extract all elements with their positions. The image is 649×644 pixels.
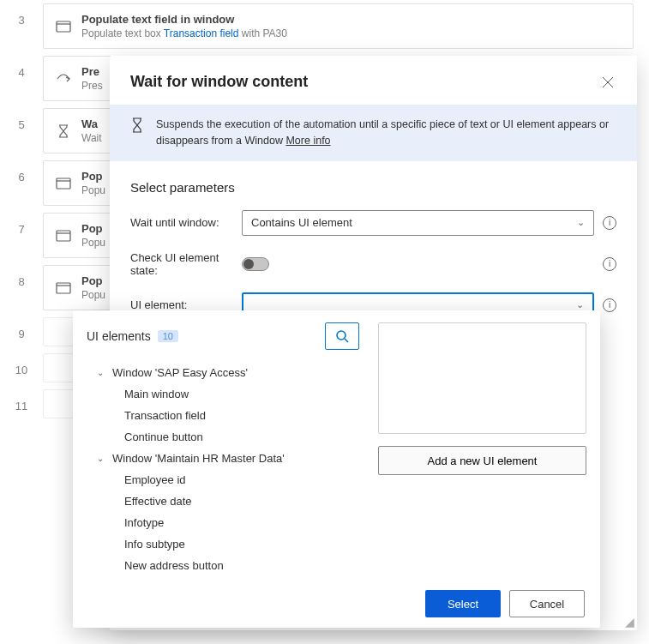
dialog-header: Wait for window content xyxy=(110,56,637,105)
step-number: 11 xyxy=(0,389,43,412)
step-text: Populate text field in windowPopulate te… xyxy=(81,13,622,39)
svg-rect-2 xyxy=(57,231,70,241)
picker-right-pane: Add a new UI element xyxy=(359,322,586,576)
tree-group[interactable]: ⌄Window 'SAP Easy Access' xyxy=(87,362,359,383)
picker-count-badge: 10 xyxy=(158,330,178,342)
tree-group[interactable]: ⌄Window 'Maintain HR Master Data' xyxy=(87,448,359,469)
ui-element-tree: ⌄Window 'SAP Easy Access'Main windowTran… xyxy=(87,362,359,576)
step-number: 3 xyxy=(0,3,43,27)
window-icon xyxy=(54,21,73,33)
wait-until-row: Wait until window: Contains UI element ⌄… xyxy=(130,210,616,236)
picker-left-pane: UI elements 10 ⌄Window 'SAP Easy Access'… xyxy=(87,322,359,576)
window-icon xyxy=(54,282,73,294)
check-state-info-icon[interactable]: i xyxy=(603,257,616,271)
step-number: 9 xyxy=(0,317,43,340)
tree-item[interactable]: Continue button xyxy=(87,426,359,448)
dialog-title: Wait for window content xyxy=(130,73,308,91)
step-card[interactable]: Populate text field in windowPopulate te… xyxy=(43,3,634,49)
svg-rect-3 xyxy=(57,283,70,293)
window-icon xyxy=(54,178,73,190)
picker-header: UI elements 10 xyxy=(87,322,359,350)
chevron-down-icon: ⌄ xyxy=(576,299,584,310)
info-text: Suspends the execution of the automation… xyxy=(156,118,609,147)
svg-rect-0 xyxy=(57,21,70,32)
step-title: Populate text field in window xyxy=(81,13,622,26)
wait-until-info-icon[interactable]: i xyxy=(603,216,616,230)
chevron-down-icon: ⌄ xyxy=(97,368,107,377)
picker-footer: Select Cancel xyxy=(73,576,600,631)
wait-until-label: Wait until window: xyxy=(130,216,242,229)
dialog-info-band: Suspends the execution of the automation… xyxy=(110,105,637,161)
tree-item[interactable]: Infotype xyxy=(87,512,359,533)
chevron-down-icon: ⌄ xyxy=(97,454,107,463)
step-subtitle: Populate text box Transaction field with… xyxy=(81,27,622,39)
resize-handle[interactable]: ◢ xyxy=(625,618,635,629)
search-button[interactable] xyxy=(325,322,359,350)
add-ui-element-button[interactable]: Add a new UI element xyxy=(378,446,586,475)
ui-element-info-icon[interactable]: i xyxy=(603,298,616,312)
tree-item[interactable]: Employee id xyxy=(87,469,359,491)
select-button[interactable]: Select xyxy=(425,590,501,617)
hourglass-icon xyxy=(54,124,73,138)
more-info-link[interactable]: More info xyxy=(285,135,330,147)
cursor-icon xyxy=(54,72,73,86)
picker-title: UI elements xyxy=(87,329,151,343)
wait-until-select[interactable]: Contains UI element ⌄ xyxy=(242,210,594,236)
step-number: 10 xyxy=(0,353,43,376)
step-number: 6 xyxy=(0,160,43,184)
element-preview xyxy=(378,322,586,434)
window-icon xyxy=(54,230,73,242)
svg-rect-1 xyxy=(57,178,70,189)
ui-element-label: UI element: xyxy=(130,298,242,311)
parameters-title: Select parameters xyxy=(130,180,616,195)
chevron-down-icon: ⌄ xyxy=(577,217,585,228)
hourglass-icon xyxy=(130,117,144,138)
cancel-button[interactable]: Cancel xyxy=(509,590,585,617)
tree-item[interactable]: Transaction field xyxy=(87,405,359,426)
tree-group-label: Window 'SAP Easy Access' xyxy=(112,366,248,379)
step-number: 4 xyxy=(0,56,43,79)
tree-item[interactable]: Main window xyxy=(87,383,359,405)
dialog-info-text: Suspends the execution of the automation… xyxy=(156,117,616,149)
search-icon xyxy=(335,329,349,343)
check-state-label: Check UI element state: xyxy=(130,251,242,277)
picker-body: UI elements 10 ⌄Window 'SAP Easy Access'… xyxy=(73,310,600,576)
ui-element-picker: UI elements 10 ⌄Window 'SAP Easy Access'… xyxy=(73,310,600,628)
wait-until-value: Contains UI element xyxy=(251,216,352,229)
tree-item[interactable]: Effective date xyxy=(87,491,359,512)
svg-point-4 xyxy=(337,331,346,340)
close-button[interactable] xyxy=(599,74,616,91)
tree-item[interactable]: New address button xyxy=(87,555,359,576)
check-state-row: Check UI element state: i xyxy=(130,251,616,277)
step-number: 7 xyxy=(0,213,43,236)
check-state-toggle[interactable] xyxy=(242,257,269,271)
step-number: 5 xyxy=(0,108,43,131)
tree-item[interactable]: Info subtype xyxy=(87,533,359,555)
step-number: 8 xyxy=(0,265,43,288)
tree-group-label: Window 'Maintain HR Master Data' xyxy=(112,452,285,465)
flow-step: 3Populate text field in windowPopulate t… xyxy=(0,0,649,52)
